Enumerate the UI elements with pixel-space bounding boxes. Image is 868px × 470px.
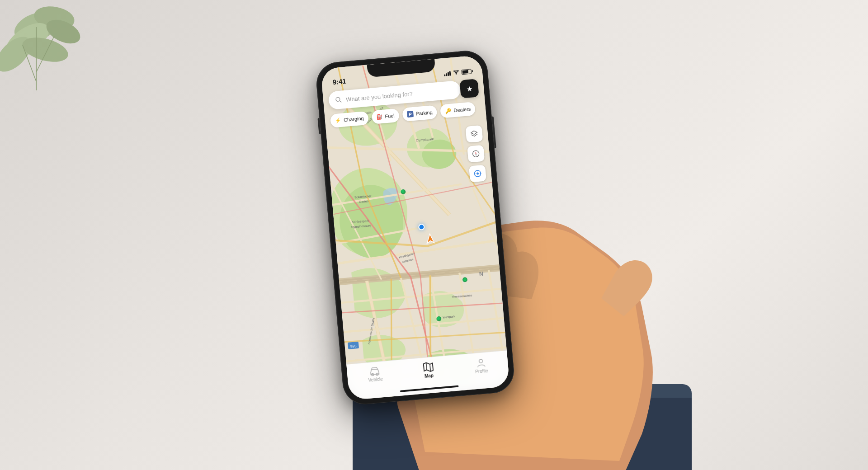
charging-icon: ⚡ bbox=[335, 117, 342, 123]
nav-item-vehicle[interactable]: Vehicle bbox=[367, 366, 383, 383]
svg-line-55 bbox=[426, 363, 426, 370]
chip-charging-label: Charging bbox=[344, 116, 364, 123]
map-controls bbox=[465, 125, 486, 183]
signal-bar-2 bbox=[446, 73, 448, 76]
svg-point-44 bbox=[336, 97, 340, 102]
nav-label-vehicle: Vehicle bbox=[368, 376, 383, 383]
nav-label-map: Map bbox=[425, 373, 434, 379]
svg-point-57 bbox=[479, 359, 483, 363]
chip-dealers-label: Dealers bbox=[453, 106, 471, 113]
signal-bar-1 bbox=[444, 74, 445, 76]
nav-item-map[interactable]: Map bbox=[422, 362, 434, 379]
compass-button[interactable] bbox=[467, 145, 485, 163]
status-time: 9:41 bbox=[332, 77, 346, 86]
signal-bar-4 bbox=[449, 71, 451, 75]
favorites-button[interactable]: ★ bbox=[459, 79, 479, 98]
layers-icon bbox=[470, 130, 479, 139]
map-ui-overlay: What are you looking for? ★ ⚡ Charging bbox=[321, 55, 510, 400]
nav-item-profile[interactable]: Profile bbox=[474, 357, 488, 374]
nav-label-profile: Profile bbox=[475, 368, 488, 374]
phone: 9:41 bbox=[315, 49, 516, 406]
fuel-icon: ⛽ bbox=[376, 113, 383, 120]
svg-line-45 bbox=[340, 101, 341, 103]
star-icon: ★ bbox=[466, 84, 473, 93]
location-icon bbox=[473, 169, 482, 178]
battery-icon bbox=[461, 69, 472, 75]
map-area: Nördlviertel Botanischer Garten Schlossp… bbox=[321, 55, 510, 400]
signal-bars bbox=[443, 70, 451, 76]
svg-line-56 bbox=[430, 364, 430, 371]
chip-parking-label: Parking bbox=[415, 109, 433, 116]
plant-decoration bbox=[0, 0, 127, 118]
layers-button[interactable] bbox=[465, 125, 483, 143]
chip-fuel-label: Fuel bbox=[385, 113, 395, 119]
status-icons bbox=[443, 68, 472, 76]
battery-fill bbox=[462, 70, 468, 74]
parking-icon: P bbox=[407, 111, 414, 118]
map-icon bbox=[422, 362, 434, 372]
wifi-icon bbox=[453, 70, 459, 75]
phone-shell: 9:41 bbox=[315, 49, 516, 406]
phone-screen: 9:41 bbox=[321, 55, 510, 400]
vehicle-icon bbox=[369, 367, 381, 376]
svg-point-46 bbox=[472, 150, 479, 157]
svg-point-48 bbox=[476, 172, 479, 174]
location-button[interactable] bbox=[469, 165, 486, 183]
chip-fuel[interactable]: ⛽ Fuel bbox=[371, 108, 400, 124]
compass-icon bbox=[472, 149, 481, 158]
search-placeholder-text: What are you looking for? bbox=[345, 86, 454, 103]
chip-charging[interactable]: ⚡ Charging bbox=[330, 111, 369, 128]
search-icon bbox=[335, 96, 342, 104]
chip-parking[interactable]: P Parking bbox=[402, 105, 438, 122]
profile-icon bbox=[476, 357, 486, 368]
chip-dealers[interactable]: 🔑 Dealers bbox=[440, 102, 476, 118]
scene-container: 9:41 bbox=[231, 32, 637, 438]
dealers-icon: 🔑 bbox=[445, 108, 452, 114]
